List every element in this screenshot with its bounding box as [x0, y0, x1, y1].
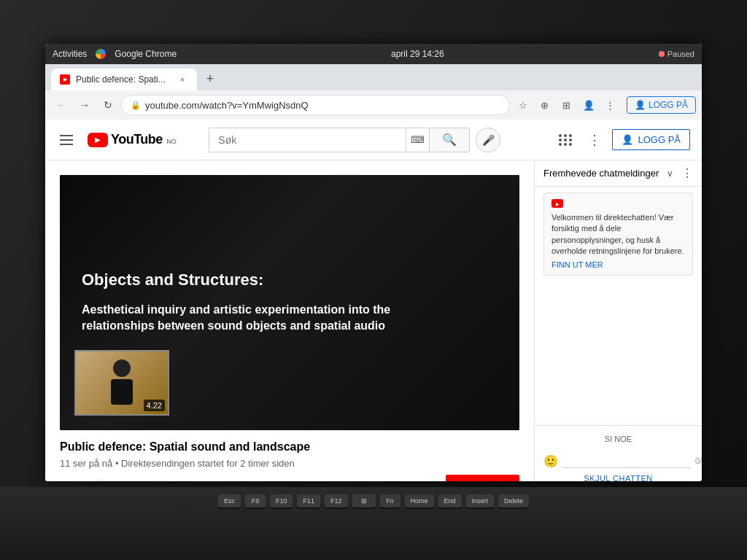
search-container: ⌨ 🔍 🎤 [209, 128, 500, 152]
pinned-youtube-icon [551, 199, 563, 208]
voice-search-button[interactable]: 🎤 [476, 128, 500, 152]
save-label: LAGRE [259, 481, 291, 481]
svg-point-0 [113, 359, 131, 377]
video-meta: 11 ser på nå • Direktesendingen startet … [60, 458, 519, 469]
video-overlay-title: Objects and Structures: [82, 271, 498, 289]
pinned-message-text: Velkommen til direktechatten! Vær forsik… [551, 212, 685, 257]
key-home[interactable]: Home [405, 494, 434, 508]
video-section[interactable]: Objects and Structures: Aesthetical inqu… [45, 160, 534, 481]
char-count: 0/200 [695, 456, 702, 465]
video-info: Public defence: Spatial sound and landsc… [60, 439, 519, 481]
reload-button[interactable]: ↻ [98, 95, 118, 115]
extensions-icon[interactable]: ⊞ [557, 95, 577, 115]
sign-in-button[interactable]: 👤 LOGG PÅ [627, 96, 696, 114]
key-f10[interactable]: F10 [270, 494, 293, 508]
video-timestamp: 4.22 [144, 400, 165, 411]
chat-header: Fremhevede chatmeldinger ∨ ⋮ [535, 160, 702, 187]
paused-status: Paused [659, 50, 694, 58]
pinned-message: Velkommen til direktechatten! Vær forsik… [543, 192, 693, 276]
chat-text-input[interactable] [562, 454, 691, 468]
apps-grid-icon [559, 134, 573, 146]
apps-grid-button[interactable] [554, 128, 577, 152]
youtube-locale: NO [166, 138, 177, 145]
youtube-header-right: ⋮ 👤 LOGG PÅ [554, 128, 690, 152]
youtube-header: YouTube NO ⌨ 🔍 🎤 ⋮ [45, 120, 702, 160]
menu-line [60, 139, 73, 141]
youtube-logo-icon [88, 133, 108, 147]
chat-message-area[interactable]: Velkommen til direktechatten! Vær forsik… [535, 187, 702, 425]
os-datetime: april 29 14:26 [391, 49, 444, 59]
key-f11[interactable]: F11 [297, 494, 320, 508]
hamburger-menu-button[interactable] [57, 132, 76, 148]
share-button[interactable]: ↗ DEL [193, 476, 237, 481]
youtube-logo-text: YouTube [111, 132, 163, 147]
activities-button[interactable]: Activities [53, 49, 87, 59]
chrome-taskbar-icon[interactable] [96, 49, 106, 59]
chat-input-area: SI NOE 🙂 0/200 ➤ SKJUL CHATTEN [535, 425, 702, 481]
chat-chevron-icon[interactable]: ∨ [667, 168, 673, 179]
save-button[interactable]: + LAGRE [243, 476, 298, 481]
live-badge: SI NOE [543, 432, 693, 446]
like-count: 1 [82, 481, 87, 481]
forward-button[interactable]: → [74, 95, 95, 115]
key-end[interactable]: End [438, 494, 462, 508]
thumbs-down-icon: 👎 [114, 481, 125, 481]
keyboard-search-icon: ⌨ [406, 128, 429, 152]
find-out-more-link[interactable]: FINN UT MER [551, 260, 685, 269]
bookmark-icon[interactable]: ☆ [513, 95, 533, 115]
paused-label: Paused [667, 50, 694, 58]
chrome-tab-active[interactable]: Public defence: Spati... × [51, 69, 197, 90]
youtube-logo[interactable]: YouTube NO [88, 132, 177, 147]
key-f12[interactable]: F12 [325, 494, 348, 508]
search-button[interactable]: 🔍 [429, 128, 470, 152]
subscribe-button[interactable]: ABONNER [446, 475, 519, 481]
search-input[interactable] [209, 128, 406, 152]
lock-icon: 🔒 [131, 101, 141, 110]
screen-area: Activities Google Chrome april 29 14:26 … [45, 44, 702, 481]
person-silhouette-svg [100, 354, 144, 412]
sign-in-icon: 👤 [635, 100, 646, 110]
key-fn[interactable]: Fn [380, 494, 400, 508]
youtube-login-button[interactable]: 👤 LOGG PÅ [612, 129, 690, 150]
chrome-toolbar: ← → ↻ 🔒 youtube.com/watch?v=YmMwigNsdnQ … [45, 90, 702, 120]
more-tools-icon[interactable]: ⋮ [600, 95, 621, 115]
emoji-button[interactable]: 🙂 [543, 454, 558, 468]
key-esc[interactable]: Esc [218, 494, 241, 508]
chat-header-title: Fremhevede chatmeldinger [543, 168, 659, 179]
hide-chat-button[interactable]: SKJUL CHATTEN [543, 471, 693, 481]
back-button[interactable]: ← [51, 95, 71, 115]
translate-icon[interactable]: ⊕ [535, 95, 555, 115]
chat-input-row: 🙂 0/200 ➤ [543, 451, 693, 471]
chrome-taskbar-label: Google Chrome [115, 49, 177, 59]
chat-sidebar: Fremhevede chatmeldinger ∨ ⋮ Velkommen t… [534, 160, 702, 481]
sign-in-label: LOGG PÅ [649, 100, 688, 110]
video-overlay-subtitle: Aesthetical inquiry and artistic experim… [82, 302, 394, 335]
thumbs-up-icon: 👍 [67, 481, 79, 481]
profile-icon[interactable]: 👤 [578, 95, 599, 115]
tab-favicon [60, 74, 70, 85]
key-print[interactable]: ⊞ [352, 494, 376, 508]
key-f9[interactable]: F9 [245, 494, 266, 508]
chrome-browser: Public defence: Spati... × + ← → ↻ 🔒 you… [45, 64, 702, 481]
more-options-button[interactable]: ⋮ [583, 128, 606, 152]
chat-more-options[interactable]: ⋮ [681, 166, 693, 180]
more-button[interactable]: ⋯ [304, 476, 328, 481]
os-taskbar-left: Activities Google Chrome [53, 49, 177, 59]
save-icon: + [250, 481, 256, 481]
os-taskbar: Activities Google Chrome april 29 14:26 … [45, 44, 702, 64]
address-bar[interactable]: 🔒 youtube.com/watch?v=YmMwigNsdnQ [121, 95, 510, 115]
key-delete[interactable]: Delete [498, 494, 529, 508]
new-tab-button[interactable]: + [200, 69, 220, 89]
video-player[interactable]: Objects and Structures: Aesthetical inqu… [60, 175, 519, 430]
toolbar-icons: ☆ ⊕ ⊞ 👤 ⋮ [513, 95, 621, 115]
share-icon: ↗ [201, 481, 209, 481]
menu-line [60, 144, 73, 145]
os-systray: Paused [659, 50, 694, 58]
dislike-button[interactable]: 👎 LIKER IKKE [107, 476, 187, 481]
tab-close-button[interactable]: × [177, 74, 188, 85]
key-insert[interactable]: Insert [466, 494, 495, 508]
like-button[interactable]: 👍 1 [60, 476, 94, 481]
dislike-label: LIKER IKKE [128, 481, 180, 481]
video-title: Public defence: Spatial sound and landsc… [60, 439, 519, 455]
share-label: DEL [212, 481, 230, 481]
